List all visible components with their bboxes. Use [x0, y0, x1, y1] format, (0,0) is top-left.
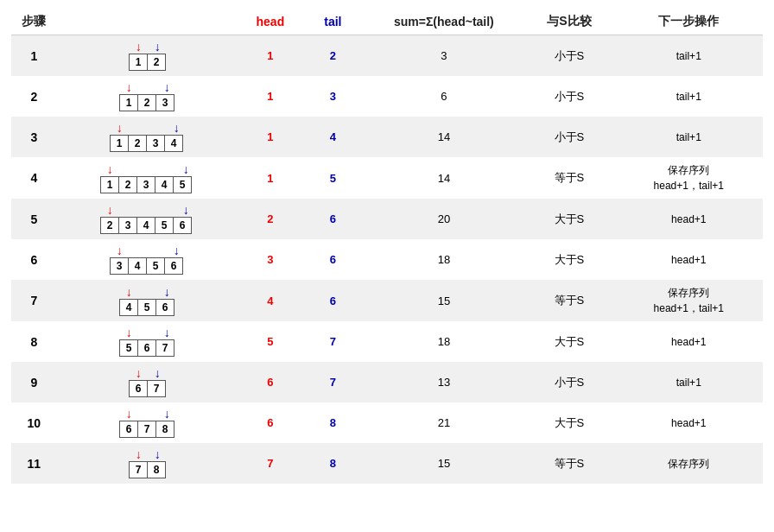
sum-value: 15	[365, 443, 524, 484]
action-value: tail+1	[615, 76, 763, 117]
step-cell: 11	[11, 443, 57, 484]
tail-value: 8	[301, 443, 365, 484]
compare-value: 大于S	[523, 239, 614, 280]
tail-value: 3	[301, 76, 365, 117]
compare-value: 小于S	[523, 362, 614, 402]
compare-value: 等于S	[523, 280, 614, 321]
col-header-action: 下一步操作	[615, 9, 763, 35]
array-cell: ↓↓567	[57, 321, 239, 362]
head-value: 1	[239, 117, 302, 157]
compare-value: 小于S	[523, 35, 614, 77]
table-row: 4↓↓123451514等于S保存序列head+1，tail+1	[11, 157, 763, 199]
compare-value: 大于S	[523, 199, 614, 239]
sum-value: 3	[365, 35, 524, 77]
compare-value: 小于S	[523, 117, 614, 157]
tail-value: 7	[301, 321, 365, 362]
array-cell: ↓↓456	[57, 280, 239, 321]
col-header-sum: sum=Σ(head~tail)	[365, 9, 524, 35]
action-value: head+1	[615, 199, 763, 239]
action-value: tail+1	[615, 117, 763, 157]
compare-value: 大于S	[523, 402, 614, 443]
sum-value: 21	[365, 402, 524, 443]
table-row: 7↓↓4564615等于S保存序列head+1，tail+1	[11, 280, 763, 321]
head-value: 6	[239, 402, 302, 443]
tail-value: 8	[301, 402, 365, 443]
compare-value: 大于S	[523, 321, 614, 362]
table-row: 8↓↓5675718大于Shead+1	[11, 321, 763, 362]
col-header-compare: 与S比较	[523, 9, 614, 35]
col-header-head: head	[239, 9, 302, 35]
sum-value: 13	[365, 362, 524, 402]
table-row: 2↓↓123136小于Stail+1	[11, 76, 763, 117]
action-value: 保存序列head+1，tail+1	[615, 280, 763, 321]
head-value: 2	[239, 199, 302, 239]
array-cell: ↓↓12	[57, 35, 239, 77]
table-row: 5↓↓234562620大于Shead+1	[11, 199, 763, 239]
head-value: 5	[239, 321, 302, 362]
step-cell: 2	[11, 76, 57, 117]
step-cell: 9	[11, 362, 57, 402]
head-value: 6	[239, 362, 302, 402]
col-header-array	[57, 9, 239, 35]
compare-value: 等于S	[523, 157, 614, 199]
array-cell: ↓↓678	[57, 402, 239, 443]
array-cell: ↓↓1234	[57, 117, 239, 157]
step-cell: 1	[11, 35, 57, 77]
array-cell: ↓↓78	[57, 443, 239, 484]
table-row: 10↓↓6786821大于Shead+1	[11, 402, 763, 443]
tail-value: 6	[301, 280, 365, 321]
action-value: 保存序列head+1，tail+1	[615, 157, 763, 199]
action-value: 保存序列	[615, 443, 763, 484]
step-cell: 4	[11, 157, 57, 199]
tail-value: 6	[301, 199, 365, 239]
head-value: 1	[239, 35, 302, 77]
array-cell: ↓↓23456	[57, 199, 239, 239]
head-value: 3	[239, 239, 302, 280]
head-value: 7	[239, 443, 302, 484]
compare-value: 小于S	[523, 76, 614, 117]
array-cell: ↓↓123	[57, 76, 239, 117]
step-cell: 10	[11, 402, 57, 443]
compare-value: 等于S	[523, 443, 614, 484]
sum-value: 14	[365, 117, 524, 157]
array-cell: ↓↓3456	[57, 239, 239, 280]
table-row: 11↓↓787815等于S保存序列	[11, 443, 763, 484]
action-value: head+1	[615, 402, 763, 443]
step-cell: 5	[11, 199, 57, 239]
sum-value: 20	[365, 199, 524, 239]
head-value: 1	[239, 76, 302, 117]
head-value: 1	[239, 157, 302, 199]
action-value: head+1	[615, 239, 763, 280]
step-cell: 3	[11, 117, 57, 157]
table-row: 6↓↓34563618大于Shead+1	[11, 239, 763, 280]
array-cell: ↓↓12345	[57, 157, 239, 199]
sum-value: 14	[365, 157, 524, 199]
tail-value: 2	[301, 35, 365, 77]
action-value: tail+1	[615, 35, 763, 77]
sum-value: 15	[365, 280, 524, 321]
sum-value: 18	[365, 239, 524, 280]
table-row: 3↓↓12341414小于Stail+1	[11, 117, 763, 157]
action-value: tail+1	[615, 362, 763, 402]
action-value: head+1	[615, 321, 763, 362]
head-value: 4	[239, 280, 302, 321]
step-cell: 6	[11, 239, 57, 280]
table-row: 9↓↓676713小于Stail+1	[11, 362, 763, 402]
tail-value: 6	[301, 239, 365, 280]
sum-value: 18	[365, 321, 524, 362]
col-header-step: 步骤	[11, 9, 57, 35]
step-cell: 7	[11, 280, 57, 321]
tail-value: 5	[301, 157, 365, 199]
array-cell: ↓↓67	[57, 362, 239, 402]
table-row: 1↓↓12123小于Stail+1	[11, 35, 763, 77]
step-cell: 8	[11, 321, 57, 362]
tail-value: 4	[301, 117, 365, 157]
main-table: 步骤 head tail sum=Σ(head~tail) 与S比较 下一步操作…	[11, 9, 763, 484]
sum-value: 6	[365, 76, 524, 117]
col-header-tail: tail	[301, 9, 365, 35]
tail-value: 7	[301, 362, 365, 402]
